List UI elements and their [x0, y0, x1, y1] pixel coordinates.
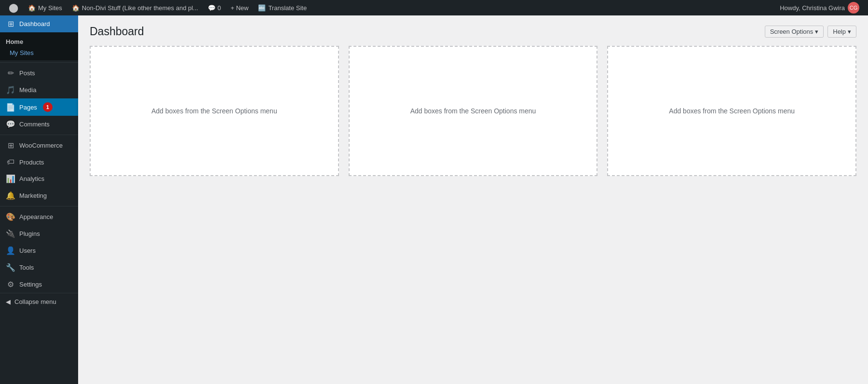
sidebar-my-sites-link[interactable]: My Sites [0, 47, 78, 60]
dashboard-grid: Add boxes from the Screen Options menu A… [90, 46, 856, 176]
pages-badge: 1 [43, 102, 53, 112]
pages-icon: 📄 [6, 103, 15, 112]
translate-icon: 🔤 [258, 4, 266, 12]
sidebar-item-plugins[interactable]: 🔌 Plugins [0, 225, 78, 242]
sidebar-item-marketing[interactable]: 🔔 Marketing [0, 187, 78, 204]
analytics-icon: 📊 [6, 174, 15, 183]
adminbar-user[interactable]: Howdy, Christina Gwira CG [775, 2, 864, 14]
sidebar-item-woocommerce[interactable]: ⊞ WooCommerce [0, 137, 78, 154]
dashboard-icon: ⊞ [6, 19, 15, 28]
sidebar-item-tools[interactable]: 🔧 Tools [0, 259, 78, 276]
sidebar-item-comments[interactable]: 💬 Comments [0, 116, 78, 133]
page-title: Dashboard [90, 25, 144, 38]
menu-separator-1 [0, 62, 78, 63]
help-button[interactable]: Help ▾ [827, 26, 856, 38]
users-icon: 👤 [6, 246, 15, 255]
sidebar-home-section: Home My Sites [0, 32, 78, 60]
sidebar-item-users[interactable]: 👤 Users [0, 242, 78, 259]
adminbar-translate[interactable]: 🔤 Translate Site [253, 0, 312, 15]
woocommerce-icon: ⊞ [6, 141, 15, 150]
settings-icon: ⚙ [6, 280, 15, 289]
sidebar-item-products[interactable]: 🏷 Products [0, 154, 78, 170]
adminbar-comments[interactable]: 💬 0 [203, 0, 226, 15]
comment-icon: 💬 [208, 4, 216, 12]
plugins-icon: 🔌 [6, 229, 15, 238]
adminbar-wp-logo[interactable]: ⬤ [4, 0, 23, 15]
sidebar-item-analytics[interactable]: 📊 Analytics [0, 170, 78, 187]
sidebar-item-dashboard[interactable]: ⊞ Dashboard [0, 15, 78, 32]
collapse-menu-button[interactable]: ◀ Collapse menu [0, 293, 78, 310]
comments-icon: 💬 [6, 120, 15, 129]
user-avatar: CG [848, 2, 859, 14]
adminbar-new[interactable]: + New [226, 0, 253, 15]
sidebar-home-label: Home [0, 32, 78, 47]
media-icon: 🎵 [6, 85, 15, 95]
sidebar-item-media[interactable]: 🎵 Media [0, 82, 78, 98]
main-content: Dashboard Screen Options ▾ Help ▾ Add bo… [78, 15, 868, 384]
menu-separator-2 [0, 135, 78, 135]
dashboard-box-1: Add boxes from the Screen Options menu [90, 46, 339, 176]
marketing-icon: 🔔 [6, 191, 15, 200]
sidebar-item-pages[interactable]: 📄 Pages 1 Pages 2 All Pages Add New [0, 98, 78, 116]
adminbar-site-name[interactable]: 🏠 Non-Divi Stuff (Like other themes and … [67, 0, 203, 15]
tools-icon: 🔧 [6, 263, 15, 272]
adminbar-my-sites[interactable]: 🏠 My Sites [23, 0, 67, 15]
dashboard-box-3: Add boxes from the Screen Options menu [607, 46, 856, 176]
menu-separator-3 [0, 206, 78, 206]
page-title-area: Dashboard Screen Options ▾ Help ▾ [90, 25, 856, 38]
dashboard-box-2: Add boxes from the Screen Options menu [349, 46, 598, 176]
sidebar-item-appearance[interactable]: 🎨 Appearance [0, 208, 78, 225]
home-icon: 🏠 [72, 4, 80, 12]
screen-options-button[interactable]: Screen Options ▾ [765, 26, 824, 38]
sidebar-item-settings[interactable]: ⚙ Settings [0, 276, 78, 293]
sidebar: ⊞ Dashboard Home My Sites ✏ Posts 🎵 Medi… [0, 15, 78, 384]
chevron-down-icon: ▾ [815, 28, 818, 35]
my-sites-icon: 🏠 [28, 4, 36, 12]
products-icon: 🏷 [6, 158, 15, 166]
top-buttons: Screen Options ▾ Help ▾ [765, 26, 856, 38]
collapse-icon: ◀ [6, 298, 11, 305]
sidebar-item-posts[interactable]: ✏ Posts [0, 65, 78, 82]
admin-bar: ⬤ 🏠 My Sites 🏠 Non-Divi Stuff (Like othe… [0, 0, 868, 15]
posts-icon: ✏ [6, 69, 15, 78]
chevron-down-icon-help: ▾ [848, 28, 851, 35]
wp-logo-icon: ⬤ [9, 2, 18, 13]
appearance-icon: 🎨 [6, 212, 15, 221]
